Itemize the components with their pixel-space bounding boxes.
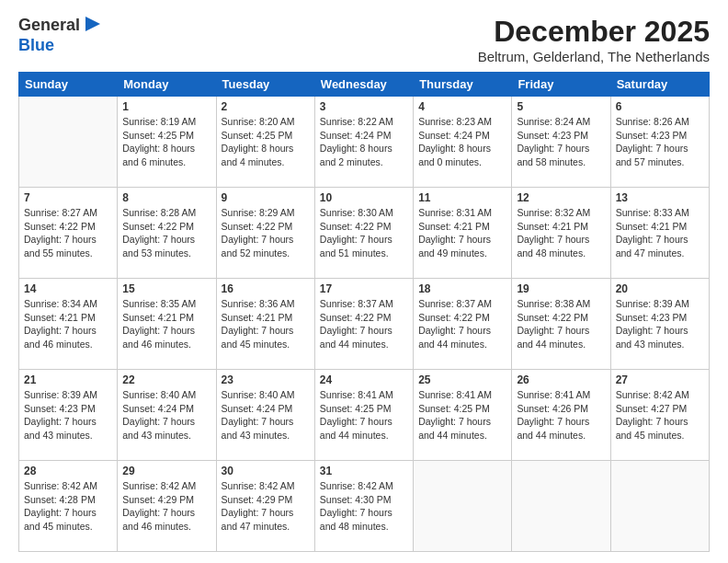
calendar-cell <box>610 461 709 552</box>
calendar-cell <box>19 97 118 188</box>
header: General Blue December 2025 Beltrum, Geld… <box>18 15 710 64</box>
weekday-header-tuesday: Tuesday <box>216 73 314 97</box>
daylight-text: Daylight: 7 hours and 51 minutes. <box>320 234 392 259</box>
sunrise-text: Sunrise: 8:39 AM <box>24 389 97 400</box>
day-number: 5 <box>517 100 605 113</box>
cell-text: Sunrise: 8:26 AM Sunset: 4:23 PM Dayligh… <box>616 115 704 169</box>
daylight-text: Daylight: 7 hours and 47 minutes. <box>222 507 294 532</box>
cell-text: Sunrise: 8:41 AM Sunset: 4:25 PM Dayligh… <box>418 388 506 442</box>
daylight-text: Daylight: 8 hours and 4 minutes. <box>222 143 294 167</box>
day-number: 17 <box>320 282 408 295</box>
daylight-text: Daylight: 7 hours and 44 minutes. <box>320 416 392 441</box>
calendar-cell: 20 Sunrise: 8:39 AM Sunset: 4:23 PM Dayl… <box>610 279 709 370</box>
cell-text: Sunrise: 8:19 AM Sunset: 4:25 PM Dayligh… <box>122 115 210 169</box>
calendar-cell: 13 Sunrise: 8:33 AM Sunset: 4:21 PM Dayl… <box>610 188 709 279</box>
daylight-text: Daylight: 7 hours and 46 minutes. <box>24 325 97 350</box>
calendar-cell: 12 Sunrise: 8:32 AM Sunset: 4:21 PM Dayl… <box>512 188 610 279</box>
sunrise-text: Sunrise: 8:26 AM <box>616 116 689 127</box>
cell-text: Sunrise: 8:40 AM Sunset: 4:24 PM Dayligh… <box>122 388 210 442</box>
day-number: 8 <box>122 191 210 204</box>
sunrise-text: Sunrise: 8:36 AM <box>222 298 295 309</box>
daylight-text: Daylight: 7 hours and 48 minutes. <box>517 234 589 259</box>
sunset-text: Sunset: 4:25 PM <box>222 130 293 141</box>
day-number: 30 <box>222 465 310 477</box>
daylight-text: Daylight: 7 hours and 57 minutes. <box>616 143 688 167</box>
sunrise-text: Sunrise: 8:38 AM <box>517 298 590 309</box>
daylight-text: Daylight: 7 hours and 44 minutes. <box>418 416 491 441</box>
cell-text: Sunrise: 8:23 AM Sunset: 4:24 PM Dayligh… <box>418 115 506 169</box>
cell-text: Sunrise: 8:38 AM Sunset: 4:22 PM Dayligh… <box>517 297 605 351</box>
sunrise-text: Sunrise: 8:42 AM <box>222 480 295 491</box>
sunrise-text: Sunrise: 8:31 AM <box>418 207 492 218</box>
sunrise-text: Sunrise: 8:42 AM <box>122 480 196 491</box>
sunrise-text: Sunrise: 8:23 AM <box>418 116 492 127</box>
weekday-header-friday: Friday <box>512 73 610 97</box>
sunset-text: Sunset: 4:21 PM <box>24 312 96 323</box>
calendar-cell: 28 Sunrise: 8:42 AM Sunset: 4:28 PM Dayl… <box>19 461 118 552</box>
calendar-cell: 14 Sunrise: 8:34 AM Sunset: 4:21 PM Dayl… <box>19 279 118 370</box>
sunrise-text: Sunrise: 8:28 AM <box>122 207 196 218</box>
day-number: 14 <box>24 282 112 295</box>
sunset-text: Sunset: 4:25 PM <box>122 130 194 141</box>
calendar-cell: 16 Sunrise: 8:36 AM Sunset: 4:21 PM Dayl… <box>216 279 314 370</box>
weekday-header-monday: Monday <box>118 73 216 97</box>
cell-text: Sunrise: 8:30 AM Sunset: 4:22 PM Dayligh… <box>320 206 408 260</box>
day-number: 31 <box>320 465 408 477</box>
calendar-cell: 3 Sunrise: 8:22 AM Sunset: 4:24 PM Dayli… <box>314 97 413 188</box>
day-number: 26 <box>517 373 605 386</box>
calendar-week-3: 14 Sunrise: 8:34 AM Sunset: 4:21 PM Dayl… <box>19 279 710 370</box>
weekday-header-thursday: Thursday <box>414 73 512 97</box>
day-number: 9 <box>222 191 310 204</box>
cell-text: Sunrise: 8:36 AM Sunset: 4:21 PM Dayligh… <box>222 297 310 351</box>
location-title: Beltrum, Gelderland, The Netherlands <box>478 49 710 64</box>
sunset-text: Sunset: 4:27 PM <box>616 403 688 414</box>
day-number: 25 <box>418 373 506 386</box>
calendar-cell: 31 Sunrise: 8:42 AM Sunset: 4:30 PM Dayl… <box>314 461 413 552</box>
sunrise-text: Sunrise: 8:41 AM <box>517 389 590 400</box>
cell-text: Sunrise: 8:27 AM Sunset: 4:22 PM Dayligh… <box>24 206 112 260</box>
sunrise-text: Sunrise: 8:20 AM <box>222 116 295 127</box>
cell-text: Sunrise: 8:33 AM Sunset: 4:21 PM Dayligh… <box>616 206 704 260</box>
sunrise-text: Sunrise: 8:39 AM <box>616 298 689 309</box>
sunset-text: Sunset: 4:24 PM <box>122 403 194 414</box>
daylight-text: Daylight: 7 hours and 45 minutes. <box>222 325 294 350</box>
day-number: 27 <box>616 373 704 386</box>
sunset-text: Sunset: 4:24 PM <box>222 403 293 414</box>
calendar-cell: 17 Sunrise: 8:37 AM Sunset: 4:22 PM Dayl… <box>314 279 413 370</box>
calendar-cell: 21 Sunrise: 8:39 AM Sunset: 4:23 PM Dayl… <box>19 370 118 461</box>
sunset-text: Sunset: 4:22 PM <box>320 312 392 323</box>
logo-text: General <box>18 17 80 35</box>
calendar-cell: 11 Sunrise: 8:31 AM Sunset: 4:21 PM Dayl… <box>414 188 512 279</box>
sunrise-text: Sunrise: 8:40 AM <box>222 389 295 400</box>
daylight-text: Daylight: 7 hours and 45 minutes. <box>616 416 688 441</box>
calendar-cell: 2 Sunrise: 8:20 AM Sunset: 4:25 PM Dayli… <box>216 97 314 188</box>
cell-text: Sunrise: 8:34 AM Sunset: 4:21 PM Dayligh… <box>24 297 112 351</box>
day-number: 24 <box>320 373 408 386</box>
sunset-text: Sunset: 4:23 PM <box>616 312 688 323</box>
weekday-header-sunday: Sunday <box>19 73 118 97</box>
calendar-cell: 23 Sunrise: 8:40 AM Sunset: 4:24 PM Dayl… <box>216 370 314 461</box>
daylight-text: Daylight: 7 hours and 44 minutes. <box>320 325 392 350</box>
calendar-cell: 10 Sunrise: 8:30 AM Sunset: 4:22 PM Dayl… <box>314 188 413 279</box>
cell-text: Sunrise: 8:37 AM Sunset: 4:22 PM Dayligh… <box>320 297 408 351</box>
sunset-text: Sunset: 4:23 PM <box>517 130 588 141</box>
daylight-text: Daylight: 7 hours and 48 minutes. <box>320 507 392 532</box>
calendar-cell: 29 Sunrise: 8:42 AM Sunset: 4:29 PM Dayl… <box>118 461 216 552</box>
weekday-header-saturday: Saturday <box>610 73 709 97</box>
sunset-text: Sunset: 4:21 PM <box>616 221 688 232</box>
daylight-text: Daylight: 7 hours and 58 minutes. <box>517 143 589 167</box>
day-number: 15 <box>122 282 210 295</box>
sunset-text: Sunset: 4:23 PM <box>616 130 688 141</box>
cell-text: Sunrise: 8:20 AM Sunset: 4:25 PM Dayligh… <box>222 115 310 169</box>
calendar-week-2: 7 Sunrise: 8:27 AM Sunset: 4:22 PM Dayli… <box>19 188 710 279</box>
calendar-cell: 15 Sunrise: 8:35 AM Sunset: 4:21 PM Dayl… <box>118 279 216 370</box>
day-number: 28 <box>24 465 112 477</box>
cell-text: Sunrise: 8:29 AM Sunset: 4:22 PM Dayligh… <box>222 206 310 260</box>
sunrise-text: Sunrise: 8:27 AM <box>24 207 97 218</box>
calendar-cell: 9 Sunrise: 8:29 AM Sunset: 4:22 PM Dayli… <box>216 188 314 279</box>
day-number: 4 <box>418 100 506 113</box>
logo-blue: Blue <box>18 36 54 54</box>
cell-text: Sunrise: 8:42 AM Sunset: 4:30 PM Dayligh… <box>320 479 408 534</box>
sunrise-text: Sunrise: 8:30 AM <box>320 207 393 218</box>
cell-text: Sunrise: 8:31 AM Sunset: 4:21 PM Dayligh… <box>418 206 506 260</box>
